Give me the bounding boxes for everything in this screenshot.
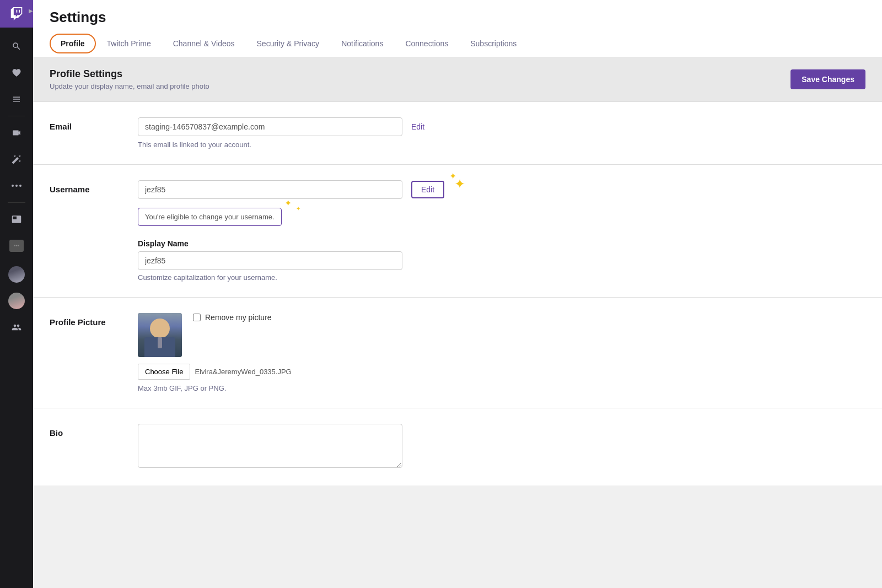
file-name: Elvira&JeremyWed_0335.JPG bbox=[195, 368, 291, 376]
file-helper-text: Max 3mb GIF, JPG or PNG. bbox=[138, 384, 865, 392]
svg-point-2 bbox=[19, 185, 21, 187]
sidebar-divider-2 bbox=[8, 202, 25, 203]
content-area: Profile Settings Update your display nam… bbox=[33, 57, 882, 588]
remove-picture-label: Remove my picture bbox=[205, 313, 272, 322]
svg-point-1 bbox=[15, 185, 18, 187]
edit-btn-sparkle-wrapper: Edit ✦ ✦ bbox=[411, 181, 444, 198]
sidebar-magic[interactable] bbox=[0, 146, 33, 172]
remove-picture-checkbox[interactable] bbox=[193, 314, 201, 321]
profile-pic-row: Remove my picture bbox=[138, 313, 865, 357]
bio-fields bbox=[138, 424, 865, 470]
sparkle-icon-2: ✦ bbox=[454, 176, 465, 192]
sidebar-avatar-1[interactable] bbox=[0, 261, 33, 288]
bio-section: Bio bbox=[33, 408, 882, 485]
username-label: Username bbox=[50, 180, 116, 282]
profile-picture-preview bbox=[138, 313, 182, 357]
display-name-label: Display Name bbox=[138, 239, 865, 248]
sidebar-squad[interactable] bbox=[0, 314, 33, 341]
email-label: Email bbox=[50, 117, 116, 149]
nav-tabs: Profile Twitch Prime Channel & Videos Se… bbox=[50, 34, 865, 57]
twitch-logo[interactable] bbox=[0, 0, 33, 28]
sparkle-icon-1: ✦ bbox=[449, 171, 456, 181]
sidebar-chat[interactable]: ••• bbox=[0, 233, 33, 259]
sparkle-icon-3: ✦ bbox=[284, 198, 292, 208]
username-input[interactable] bbox=[138, 180, 402, 199]
tab-profile[interactable]: Profile bbox=[50, 34, 96, 57]
sidebar-nav: ••• bbox=[0, 28, 33, 588]
tab-twitch-prime[interactable]: Twitch Prime bbox=[96, 34, 162, 57]
tab-notifications[interactable]: Notifications bbox=[330, 34, 394, 57]
remove-picture-row: Remove my picture bbox=[193, 313, 272, 322]
sidebar-avatar-2[interactable] bbox=[0, 288, 33, 314]
username-input-row: Edit ✦ ✦ bbox=[138, 180, 865, 199]
sidebar: ••• bbox=[0, 0, 33, 588]
tab-security-privacy[interactable]: Security & Privacy bbox=[246, 34, 331, 57]
sparkle-icon-4: ✦ bbox=[296, 206, 300, 212]
sidebar-expand-icon[interactable]: ▶ bbox=[29, 8, 33, 14]
bio-label: Bio bbox=[50, 424, 116, 470]
sidebar-channel[interactable] bbox=[0, 206, 33, 233]
section-header-text: Profile Settings Update your display nam… bbox=[50, 68, 209, 90]
nav-tabs-container: Profile Twitch Prime Channel & Videos Se… bbox=[50, 34, 865, 57]
email-input-row: Edit bbox=[138, 117, 865, 136]
username-edit-button[interactable]: Edit bbox=[411, 181, 444, 198]
display-name-input[interactable] bbox=[138, 251, 402, 270]
tab-connections[interactable]: Connections bbox=[394, 34, 459, 57]
sidebar-browse[interactable] bbox=[0, 86, 33, 112]
choose-file-button[interactable]: Choose File bbox=[138, 364, 190, 380]
section-header: Profile Settings Update your display nam… bbox=[33, 57, 882, 101]
main-content: Settings Profile Twitch Prime Channel & … bbox=[33, 0, 882, 588]
page-header: Settings Profile Twitch Prime Channel & … bbox=[33, 0, 882, 57]
profile-pic-controls: Remove my picture bbox=[193, 313, 272, 322]
tab-subscriptions[interactable]: Subscriptions bbox=[459, 34, 528, 57]
username-fields: Edit ✦ ✦ You're eligible to change your … bbox=[138, 180, 865, 282]
profile-picture-fields: Remove my picture Choose File Elvira&Jer… bbox=[138, 313, 865, 392]
email-edit-link[interactable]: Edit bbox=[411, 122, 424, 131]
file-row: Choose File Elvira&JeremyWed_0335.JPG bbox=[138, 364, 865, 380]
tab-channel-videos[interactable]: Channel & Videos bbox=[162, 34, 246, 57]
sidebar-search[interactable] bbox=[0, 33, 33, 60]
sidebar-more[interactable] bbox=[0, 172, 33, 199]
email-section: Email Edit This email is linked to your … bbox=[33, 101, 882, 164]
section-title: Profile Settings bbox=[50, 68, 209, 80]
email-helper-text: This email is linked to your account. bbox=[138, 141, 865, 149]
email-input[interactable] bbox=[138, 117, 402, 136]
save-changes-button[interactable]: Save Changes bbox=[790, 69, 865, 89]
profile-picture-label: Profile Picture bbox=[50, 313, 116, 392]
page-title: Settings bbox=[50, 9, 865, 26]
twitch-logo-icon bbox=[10, 7, 23, 20]
eligible-wrapper: You're eligible to change your username.… bbox=[138, 203, 282, 230]
display-name-helper: Customize capitalization for your userna… bbox=[138, 273, 865, 282]
sidebar-video[interactable] bbox=[0, 120, 33, 146]
email-fields: Edit This email is linked to your accoun… bbox=[138, 117, 865, 149]
svg-point-0 bbox=[12, 185, 14, 187]
profile-picture-section: Profile Picture bbox=[33, 297, 882, 408]
section-subtitle: Update your display name, email and prof… bbox=[50, 82, 209, 90]
eligible-message: You're eligible to change your username. bbox=[138, 208, 282, 226]
username-section: Username Edit ✦ ✦ You're eligible to cha… bbox=[33, 164, 882, 297]
sidebar-divider-1 bbox=[8, 116, 25, 116]
sidebar-following[interactable] bbox=[0, 60, 33, 86]
bio-input[interactable] bbox=[138, 424, 402, 468]
